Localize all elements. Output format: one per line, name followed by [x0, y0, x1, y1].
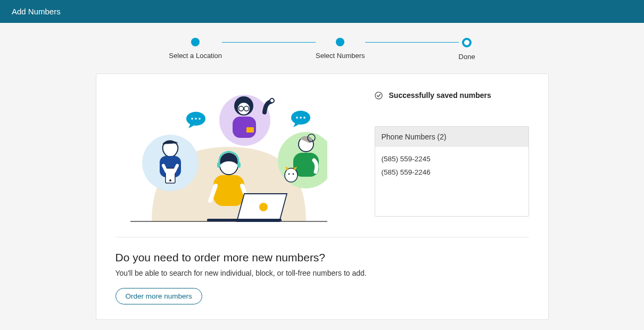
svg-rect-32: [207, 219, 282, 221]
phone-numbers-panel: Phone Numbers (2) (585) 559-2245 (585) 5…: [375, 126, 529, 217]
step-dot-current: [462, 38, 472, 47]
svg-point-19: [300, 117, 302, 119]
illustration-wrap: [115, 91, 343, 224]
phone-number-item: (585) 559-2245: [382, 152, 522, 166]
info-column: Successfully saved numbers Phone Numbers…: [375, 91, 529, 224]
page-title: Add Numbers: [12, 7, 61, 16]
speech-bubble-icon: [186, 112, 205, 128]
phone-number-item: (585) 559-2246: [382, 166, 522, 179]
step-connector: [222, 42, 316, 43]
svg-rect-29: [217, 162, 220, 168]
stepper: Select a Location Select Numbers Done: [0, 23, 644, 73]
svg-point-25: [285, 168, 298, 182]
svg-point-4: [169, 179, 171, 182]
page-header: Add Numbers: [0, 0, 644, 23]
step-label: Select Numbers: [316, 52, 365, 60]
svg-rect-30: [237, 162, 241, 168]
prompt-title: Do you need to order more new numbers?: [115, 251, 529, 264]
svg-point-26: [288, 174, 290, 175]
svg-point-33: [259, 203, 268, 211]
svg-point-20: [303, 117, 306, 119]
success-message-row: Successfully saved numbers: [375, 91, 529, 100]
svg-point-16: [270, 98, 274, 103]
step-select-location: Select a Location: [169, 38, 222, 60]
step-label: Done: [459, 53, 475, 61]
main-card: Successfully saved numbers Phone Numbers…: [96, 73, 549, 320]
step-done: Done: [459, 38, 475, 61]
order-more-numbers-button[interactable]: Order more numbers: [115, 288, 202, 304]
step-dot-completed: [191, 38, 200, 46]
phone-numbers-header: Phone Numbers (2): [375, 127, 529, 147]
svg-rect-31: [213, 175, 244, 206]
svg-point-18: [296, 117, 298, 119]
prompt-description: You'll be able to search for new individ…: [115, 269, 529, 277]
people-illustration: [130, 91, 327, 224]
card-bottom: Do you need to order more new numbers? Y…: [96, 237, 548, 319]
step-select-numbers: Select Numbers: [316, 38, 365, 60]
svg-point-7: [195, 118, 197, 120]
svg-rect-15: [246, 127, 254, 133]
phone-numbers-list: (585) 559-2245 (585) 559-2246: [375, 147, 529, 216]
success-message-text: Successfully saved numbers: [389, 91, 491, 100]
check-circle-icon: [375, 92, 383, 100]
step-label: Select a Location: [169, 52, 222, 60]
svg-point-34: [375, 92, 382, 98]
step-dot-completed: [336, 38, 344, 46]
speech-bubble-icon: [291, 111, 310, 127]
card-top: Successfully saved numbers Phone Numbers…: [96, 74, 548, 237]
svg-point-6: [191, 118, 193, 120]
step-connector: [365, 42, 459, 43]
svg-point-8: [199, 118, 201, 120]
svg-point-27: [293, 174, 294, 175]
